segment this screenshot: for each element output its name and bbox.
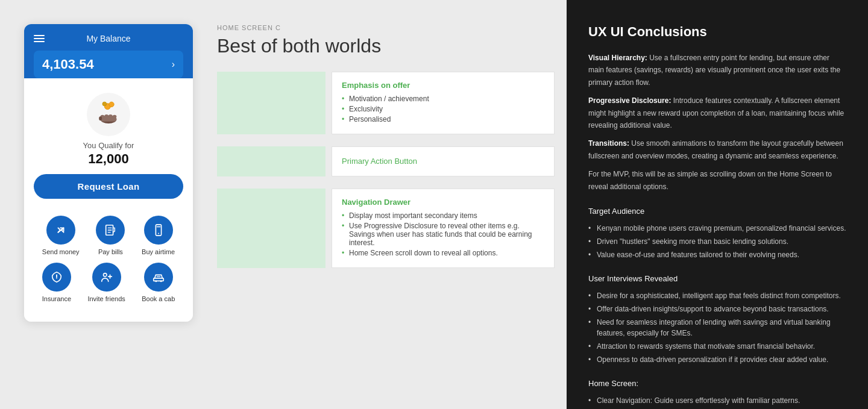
green-indicator-1 xyxy=(217,72,326,134)
actions-row-2: Insurance Invite friends xyxy=(34,263,183,302)
green-indicator-2 xyxy=(217,146,326,176)
target-audience-title: Target Audience xyxy=(588,205,846,218)
left-panel: My Balance 4,103.54 › xyxy=(0,0,567,409)
send-money-label: Send money xyxy=(42,248,80,255)
green-indicator-3 xyxy=(217,189,326,268)
visual-hierarchy-para: Visual Hierarchy: Use a fullscreen entry… xyxy=(588,52,846,89)
divider-1 xyxy=(217,134,555,146)
chevron-right-icon: › xyxy=(172,59,175,70)
phone-header: My Balance 4,103.54 › xyxy=(24,24,193,78)
annotation-row-emphasis: Emphasis on offer Motivation / achieveme… xyxy=(217,72,555,134)
interview-item-5: Openness to data-driven personalization … xyxy=(588,354,846,365)
nav-item-1: Display most important secondary items xyxy=(342,211,544,220)
home-screen-list: Clear Navigation: Guide users effortless… xyxy=(588,395,846,409)
mvp-note: For the MVP, this will be as simple as s… xyxy=(588,168,846,193)
interview-item-4: Attraction to rewards systems that motiv… xyxy=(588,341,846,352)
phone-body: You Qualify for 12,000 Request Loan xyxy=(24,78,193,322)
user-interviews-title: User Interviews Revealed xyxy=(588,272,846,286)
emphasis-list: Motivation / achievement Exclusivity Per… xyxy=(342,95,544,123)
svg-point-9 xyxy=(99,116,102,120)
annotation-row-nav: Navigation Drawer Display most important… xyxy=(217,189,555,268)
pay-bills-label: Pay bills xyxy=(98,248,123,255)
target-item-3: Value ease-of-use and features tailored … xyxy=(588,249,846,260)
qualify-text: You Qualify for xyxy=(83,141,134,150)
emphasis-item-2: Exclusivity xyxy=(342,105,544,113)
conclusions-body: Visual Hierarchy: Use a fullscreen entry… xyxy=(588,52,846,409)
svg-point-15 xyxy=(155,281,157,283)
emphasis-heading: Emphasis on offer xyxy=(342,81,544,90)
phone-mockup: My Balance 4,103.54 › xyxy=(24,24,193,322)
screen-title: Best of both worlds xyxy=(217,35,555,57)
balance-row[interactable]: 4,103.54 › xyxy=(34,51,183,78)
interview-item-2: Offer data-driven insights/support to ad… xyxy=(588,304,846,314)
progressive-disclosure-label: Progressive Disclosure: xyxy=(588,96,671,105)
svg-point-13 xyxy=(103,273,107,277)
annotation-row-primary: Primary Action Button xyxy=(217,146,555,176)
svg-point-12 xyxy=(158,233,159,234)
home-screen-title: Home Screen: xyxy=(588,377,846,390)
request-loan-button[interactable]: Request Loan xyxy=(34,174,183,199)
action-send-money[interactable]: Send money xyxy=(42,216,80,255)
balance-amount: 4,103.54 xyxy=(42,57,94,72)
svg-rect-14 xyxy=(154,278,164,281)
interview-item-1: Desire for a sophisticated, intelligent … xyxy=(588,290,846,301)
content-section: HOME SCREEN C Best of both worlds Emphas… xyxy=(217,24,555,409)
emphasis-item-1: Motivation / achievement xyxy=(342,95,544,103)
primary-action-label: Primary Action Button xyxy=(342,155,544,167)
annotation-card-nav: Navigation Drawer Display most important… xyxy=(332,189,555,268)
pay-bills-icon xyxy=(96,216,125,245)
home-item-1: Clear Navigation: Guide users effortless… xyxy=(588,395,846,406)
svg-point-6 xyxy=(104,114,108,117)
loan-offer: You Qualify for 12,000 Request Loan xyxy=(34,88,183,206)
insurance-label: Insurance xyxy=(42,295,71,302)
target-audience-list: Kenyan mobile phone users craving premiu… xyxy=(588,223,846,260)
annotation-card-emphasis: Emphasis on offer Motivation / achieveme… xyxy=(332,72,555,134)
phone-title: My Balance xyxy=(86,34,130,43)
action-buy-airtime[interactable]: Buy airtime xyxy=(142,216,175,255)
loan-amount: 12,000 xyxy=(88,151,128,167)
annotation-card-primary: Primary Action Button xyxy=(332,146,555,176)
quick-actions: Send money Pay bills xyxy=(34,216,183,302)
right-panel: UX UI Conclusions Visual Hierarchy: Use … xyxy=(567,0,868,409)
nav-heading: Navigation Drawer xyxy=(342,198,544,207)
screen-label: HOME SCREEN C xyxy=(217,24,555,31)
send-money-icon xyxy=(46,216,75,245)
actions-row-1: Send money Pay bills xyxy=(34,216,183,255)
divider-2 xyxy=(217,176,555,189)
phone-section: My Balance 4,103.54 › xyxy=(24,24,199,409)
insurance-icon xyxy=(42,263,71,292)
interview-item-3: Need for seamless integration of lending… xyxy=(588,317,846,339)
progressive-disclosure-para: Progressive Disclosure: Introduce featur… xyxy=(588,95,846,131)
nav-item-3: Home Screen scroll down to reveal all op… xyxy=(342,249,544,257)
svg-point-8 xyxy=(113,115,117,118)
transitions-para: Transitions: Use smooth animations to tr… xyxy=(588,137,846,162)
phone-topbar: My Balance xyxy=(34,34,183,43)
emphasis-item-3: Personalised xyxy=(342,115,544,123)
user-interviews-list: Desire for a sophisticated, intelligent … xyxy=(588,290,846,365)
conclusions-title: UX UI Conclusions xyxy=(588,24,846,40)
invite-friends-label: Invite friends xyxy=(87,295,125,302)
transitions-label: Transitions: xyxy=(588,139,629,148)
action-book-cab[interactable]: Book a cab xyxy=(142,263,175,302)
svg-point-16 xyxy=(160,281,162,283)
nav-list: Display most important secondary items U… xyxy=(342,211,544,257)
svg-point-7 xyxy=(108,114,113,117)
book-cab-icon xyxy=(144,263,173,292)
invite-friends-icon xyxy=(92,263,121,292)
nav-item-2: Use Progressive Disclosure to reveal oth… xyxy=(342,222,544,247)
svg-point-2 xyxy=(102,102,107,106)
target-item-2: Driven "hustlers" seeking more than basi… xyxy=(588,236,846,247)
target-item-1: Kenyan mobile phone users craving premiu… xyxy=(588,223,846,234)
buy-airtime-icon xyxy=(144,216,173,245)
buy-airtime-label: Buy airtime xyxy=(142,248,175,255)
action-invite-friends[interactable]: Invite friends xyxy=(87,263,125,302)
hamburger-icon[interactable] xyxy=(34,35,45,42)
loan-icon xyxy=(87,93,130,136)
book-cab-label: Book a cab xyxy=(142,295,175,302)
visual-hierarchy-label: Visual Hierarchy: xyxy=(588,54,647,62)
svg-point-1 xyxy=(109,102,114,107)
action-pay-bills[interactable]: Pay bills xyxy=(96,216,125,255)
action-insurance[interactable]: Insurance xyxy=(42,263,71,302)
